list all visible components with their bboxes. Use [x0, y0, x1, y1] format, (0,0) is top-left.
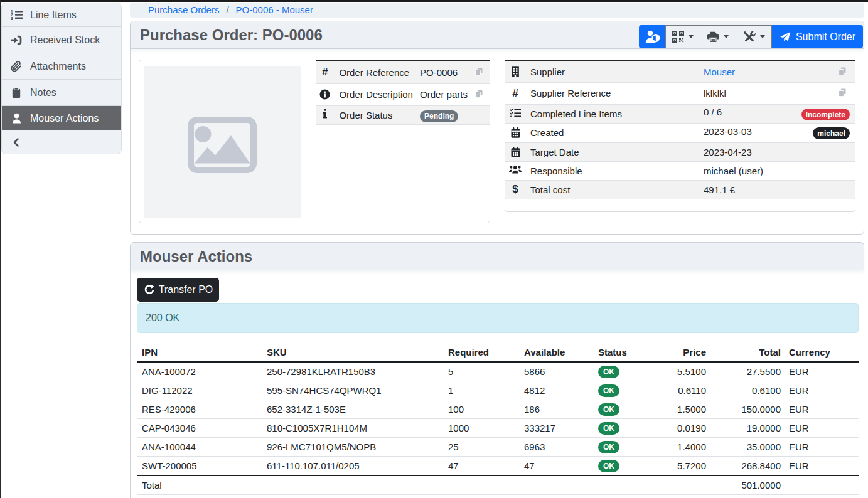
- svg-text:3: 3: [11, 16, 13, 21]
